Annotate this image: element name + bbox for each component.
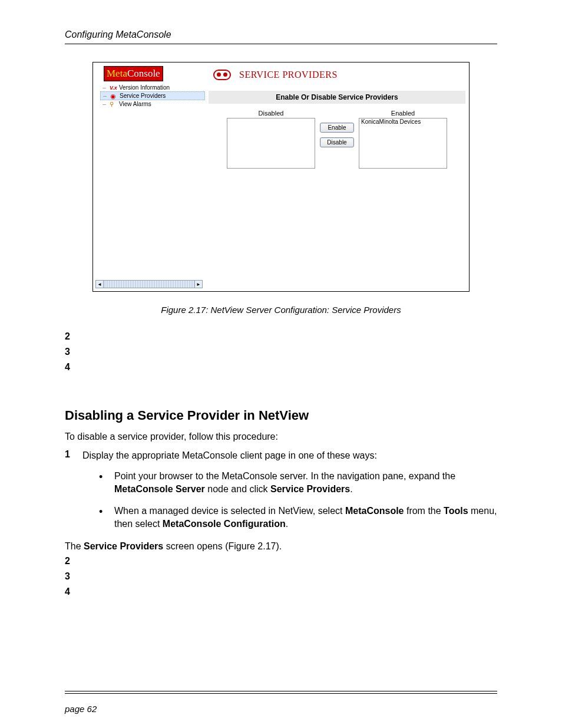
scroll-left-arrow-icon[interactable]: ◄ bbox=[95, 280, 104, 288]
step-number: 3 bbox=[65, 571, 497, 582]
step-number: 2 bbox=[65, 331, 497, 342]
bullet-text: Point your browser to the MetaConsole se… bbox=[114, 471, 455, 481]
bullet-text: from the bbox=[404, 506, 444, 516]
section-intro: To disable a service provider, follow th… bbox=[65, 430, 497, 443]
step-number: 3 bbox=[65, 347, 497, 357]
bullet-bold: Tools bbox=[444, 506, 468, 516]
tree-branch-icon: – bbox=[101, 84, 107, 91]
nav-item-service-providers[interactable]: – ◉ Service Providers bbox=[100, 91, 205, 100]
version-icon: V.x bbox=[110, 85, 117, 91]
bullet-text: . bbox=[286, 519, 288, 529]
step-1-text: Display the appropriate MetaConsole clie… bbox=[82, 449, 377, 462]
step-number-list-a: 2 3 4 bbox=[65, 331, 497, 373]
bullet-bold: Service Providers bbox=[270, 484, 350, 494]
tree-branch-icon: – bbox=[101, 101, 107, 107]
enabled-column-label: Enabled bbox=[391, 110, 415, 117]
brand-console: Console bbox=[127, 68, 160, 79]
disabled-listbox[interactable] bbox=[227, 118, 315, 169]
step-1-bullets: Point your browser to the MetaConsole se… bbox=[99, 470, 497, 530]
section-after-bullets: The Service Providers screen opens (Figu… bbox=[65, 540, 497, 553]
nav-label: View Alarms bbox=[119, 101, 151, 107]
bullet-bold: MetaConsole bbox=[345, 506, 404, 516]
bullet-bold: MetaConsole Server bbox=[114, 484, 205, 494]
nav-label: Version Information bbox=[119, 84, 170, 91]
brand-meta: Meta bbox=[107, 68, 127, 79]
disable-button[interactable]: Disable bbox=[320, 137, 354, 147]
bullet-item: When a managed device is selected in Net… bbox=[99, 505, 497, 530]
figure-2-17: MetaConsole – V.x Version Information – … bbox=[92, 62, 470, 315]
bullet-bold: MetaConsole Configuration bbox=[163, 519, 286, 529]
panel-title: SERVICE PROVIDERS bbox=[239, 70, 338, 80]
enable-button[interactable]: Enable bbox=[320, 123, 354, 133]
bullet-text: When a managed device is selected in Net… bbox=[114, 506, 345, 516]
enable-disable-grid: Disabled Enable Disable Enabled KonicaMi… bbox=[209, 110, 465, 169]
step-number-list-b: 2 3 4 bbox=[65, 556, 497, 597]
enabled-column: Enabled KonicaMinolta Devices bbox=[359, 110, 447, 169]
section-title: Disabling a Service Provider in NetView bbox=[65, 408, 497, 423]
bullet-text: node and click bbox=[205, 484, 270, 494]
text: screen opens (Figure 2.17). bbox=[163, 541, 282, 551]
nav-horizontal-scrollbar[interactable]: ◄ ► bbox=[95, 280, 203, 288]
bullet-text: . bbox=[350, 484, 352, 494]
panel-section-bar: Enable Or Disable Service Providers bbox=[209, 91, 465, 104]
nav-item-version-information[interactable]: – V.x Version Information bbox=[100, 84, 205, 91]
brand-logo: MetaConsole bbox=[104, 66, 163, 81]
figure-caption: Figure 2.17: NetView Server Configuratio… bbox=[92, 305, 470, 315]
nav-tree: – V.x Version Information – ◉ Service Pr… bbox=[93, 84, 205, 108]
footer-rule-bottom bbox=[65, 693, 497, 694]
header-rule bbox=[65, 44, 497, 44]
scroll-right-arrow-icon[interactable]: ► bbox=[194, 280, 203, 288]
app-frame: MetaConsole – V.x Version Information – … bbox=[92, 62, 470, 292]
enabled-listbox[interactable]: KonicaMinolta Devices bbox=[359, 118, 447, 169]
disabled-column: Disabled bbox=[227, 110, 315, 169]
transfer-buttons: Enable Disable bbox=[315, 110, 359, 147]
content-pane: SERVICE PROVIDERS Enable Or Disable Serv… bbox=[205, 62, 469, 291]
step-1-number: 1 bbox=[65, 449, 74, 462]
nav-label: Service Providers bbox=[120, 93, 166, 99]
page-number: page 62 bbox=[65, 704, 97, 714]
step-number: 4 bbox=[65, 587, 497, 597]
panel-header: SERVICE PROVIDERS bbox=[209, 66, 465, 91]
text: The bbox=[65, 541, 84, 551]
bullet-item: Point your browser to the MetaConsole se… bbox=[99, 470, 497, 495]
step-1: 1 Display the appropriate MetaConsole cl… bbox=[65, 449, 497, 462]
tree-branch-icon: – bbox=[102, 93, 108, 99]
step-number: 2 bbox=[65, 556, 497, 566]
text-bold: Service Providers bbox=[84, 541, 163, 551]
nav-item-view-alarms[interactable]: – ⚲ View Alarms bbox=[100, 100, 205, 108]
service-providers-icon bbox=[213, 70, 231, 80]
running-head: Configuring MetaConsole bbox=[65, 29, 497, 40]
nav-pane: MetaConsole – V.x Version Information – … bbox=[93, 62, 205, 291]
footer-rule-top bbox=[65, 691, 497, 691]
list-item[interactable]: KonicaMinolta Devices bbox=[359, 118, 447, 125]
alarm-icon: ⚲ bbox=[110, 101, 117, 107]
eye-icon: ◉ bbox=[110, 93, 117, 99]
disabled-column-label: Disabled bbox=[259, 110, 284, 117]
step-number: 4 bbox=[65, 362, 497, 373]
